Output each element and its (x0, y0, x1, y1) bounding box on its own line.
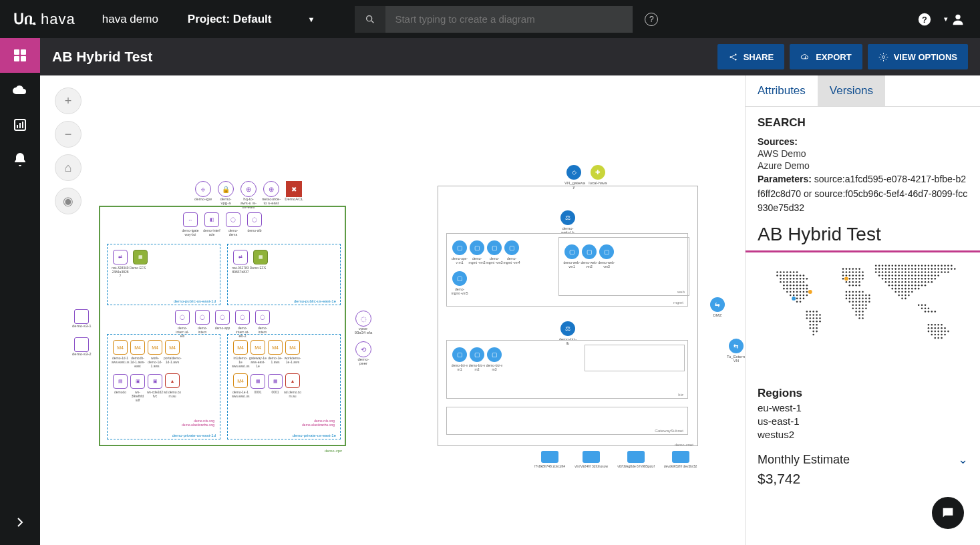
aws-vpc[interactable]: ↔demo-igate way-bci ◧demo-interf ade ◯de… (99, 206, 346, 446)
vm-icon[interactable]: ▢ (452, 347, 467, 362)
private-subnet-1d[interactable]: M4M4M4M4 demo-1d-1 aws.east.usdemodb-1d-… (107, 334, 220, 439)
svg-point-135 (842, 278, 844, 280)
project-selector[interactable]: Project: Default ▼ (172, 13, 331, 26)
elb-icon[interactable]: ◯ (215, 310, 230, 325)
s3-bucket-icon[interactable] (74, 337, 89, 352)
vm-icon[interactable]: ▢ (582, 244, 597, 259)
ec2-icon[interactable]: M4 (285, 340, 300, 355)
account-dropdown[interactable]: ▾ (944, 12, 965, 27)
biz-subnet[interactable]: ▢▢▢ demo-biz-v m1demo-biz-v m2demo-biz-v… (446, 340, 688, 399)
vm-icon[interactable]: ▢ (470, 240, 484, 255)
ec2-icon[interactable]: M4 (148, 340, 162, 355)
azure-vnet[interactable]: ⚖demo-web-l b ▢▢▢▢ demo-ops-v m1demo-mgm… (438, 186, 698, 446)
export-button[interactable]: EXPORT (790, 44, 862, 69)
brand-logo[interactable]: ᑌቢ hava (0, 11, 89, 28)
s3-bucket-icon[interactable] (74, 309, 89, 324)
view-options-button[interactable]: VIEW OPTIONS (868, 44, 968, 69)
cache-icon[interactable]: ▦ (251, 374, 265, 389)
vm-icon[interactable]: ▢ (487, 240, 502, 255)
ec2-icon[interactable]: M4 (268, 340, 283, 355)
ec2-icon[interactable]: M4 (233, 373, 248, 388)
vm-icon[interactable]: ▢ (599, 244, 614, 259)
diagram-canvas[interactable]: + − ⌂ ◉ ⎆demo-igw 🔒demo-vpg-a ⊕hq-to-aws… (40, 75, 745, 545)
efs-icon[interactable]: ▦ (133, 250, 148, 264)
nat-gateway-icon[interactable]: ↔ (183, 212, 198, 227)
region-pin-us-east-1[interactable] (808, 290, 812, 294)
vm-icon[interactable]: ▢ (452, 240, 467, 255)
ec2-icon[interactable]: M4 (165, 340, 180, 355)
gateway-subnet[interactable]: GatewaySubnet (446, 407, 688, 435)
vm-icon[interactable]: ▢ (487, 347, 502, 362)
svg-point-355 (921, 305, 923, 307)
peering-icon[interactable]: ⟲ (355, 341, 371, 357)
share-button[interactable]: SHARE (717, 44, 785, 69)
vm-icon[interactable]: ▢ (470, 347, 484, 362)
vm-icon[interactable]: ▢ (504, 240, 519, 255)
svg-point-73 (803, 291, 805, 293)
chevron-down-icon: ▾ (944, 15, 948, 23)
internet-gateway-icon[interactable]: ⎆ (195, 181, 211, 197)
chat-launcher[interactable] (932, 497, 964, 529)
search-input[interactable] (385, 6, 633, 33)
local-network-icon[interactable]: ✚ (591, 165, 605, 180)
nav-sources[interactable] (0, 73, 40, 108)
nav-reports[interactable] (0, 108, 40, 142)
vnet-gateway-icon[interactable]: ◇ (566, 165, 581, 180)
customer-gateway-icon[interactable]: ⊕ (240, 181, 257, 197)
eni-icon[interactable]: ◧ (204, 212, 219, 227)
ec2-icon[interactable]: M4 (251, 340, 265, 355)
disk-icon[interactable] (672, 451, 689, 463)
nacl-icon[interactable]: ✖ (286, 181, 302, 197)
monthly-estimate-toggle[interactable]: Monthly Estimate ⌄ (758, 452, 968, 467)
ec2-icon[interactable]: M4 (113, 340, 128, 355)
elb-icon[interactable]: ◯ (195, 310, 210, 325)
private-subnet-1e[interactable]: M4M4M4M4 in1demo-1e aws.east.usgateway-1… (227, 334, 341, 439)
region-pin-westus2[interactable] (792, 297, 796, 301)
nav-diagrams[interactable] (0, 38, 40, 73)
nav-collapse[interactable] (0, 505, 40, 540)
disk-icon[interactable] (541, 451, 558, 463)
workspace-icon[interactable]: ▣ (148, 374, 162, 389)
tab-attributes[interactable]: Attributes (746, 75, 818, 106)
disk-icon[interactable] (583, 451, 600, 463)
elb-icon[interactable]: ◯ (255, 310, 270, 325)
vm-icon[interactable]: ▢ (564, 244, 579, 259)
nat-icon[interactable]: ⇄ (113, 250, 128, 264)
svg-point-308 (892, 281, 894, 283)
alb-icon[interactable]: ◯ (247, 212, 262, 227)
search-help-icon[interactable]: ? (645, 13, 658, 26)
public-subnet-1e[interactable]: ⇄ ▦ nat-032783 89837b837Demo EFS demo-pu… (227, 244, 341, 305)
efs-icon[interactable]: ▦ (253, 250, 268, 264)
vpn-gateway-icon[interactable]: 🔒 (218, 181, 234, 197)
tab-versions[interactable]: Versions (818, 75, 885, 106)
svg-point-13 (729, 56, 731, 58)
web-subnet[interactable]: ▢▢▢ demo-web-vm1demo-web-vm2demo-web-vm3… (558, 237, 689, 296)
region-pin-eu-west-1[interactable] (844, 277, 848, 281)
ec2-icon[interactable]: M4 (130, 340, 145, 355)
disk-icon[interactable] (627, 451, 645, 463)
directory-icon[interactable]: ▲ (165, 373, 180, 388)
nsg-icon[interactable]: ⇆ (729, 339, 744, 353)
elb-icon[interactable]: ◯ (235, 310, 250, 325)
tenant-name[interactable]: hava demo (89, 13, 172, 26)
elb-icon[interactable]: ◯ (226, 212, 240, 227)
cache-icon[interactable]: ▦ (268, 374, 283, 389)
vpc-endpoint-icon[interactable]: ◌ (355, 311, 371, 327)
world-map[interactable] (746, 250, 980, 377)
ec2-icon[interactable]: M4 (233, 340, 248, 355)
customer-gateway-icon[interactable]: ⊕ (263, 181, 279, 197)
nat-icon[interactable]: ⇄ (233, 250, 248, 264)
directory-icon[interactable]: ▲ (285, 373, 300, 388)
nav-alerts[interactable] (0, 142, 40, 177)
rds-icon[interactable]: ▤ (113, 374, 128, 389)
nsg-icon[interactable]: ⇆ (710, 297, 725, 312)
vm-icon[interactable]: ▢ (452, 271, 467, 286)
svg-point-55 (793, 285, 795, 287)
biz-empty-sg[interactable] (585, 345, 685, 371)
web-lb[interactable]: ⚖demo-web-l b (558, 209, 577, 234)
help-icon[interactable]: ? (917, 12, 932, 27)
elb-icon[interactable]: ◯ (175, 310, 190, 325)
search-button[interactable] (355, 6, 385, 33)
workspace-icon[interactable]: ▣ (130, 374, 145, 389)
public-subnet-1d[interactable]: ⇄ ▦ nat-328349 2384a3828 7Demo EFS demo-… (107, 244, 220, 305)
